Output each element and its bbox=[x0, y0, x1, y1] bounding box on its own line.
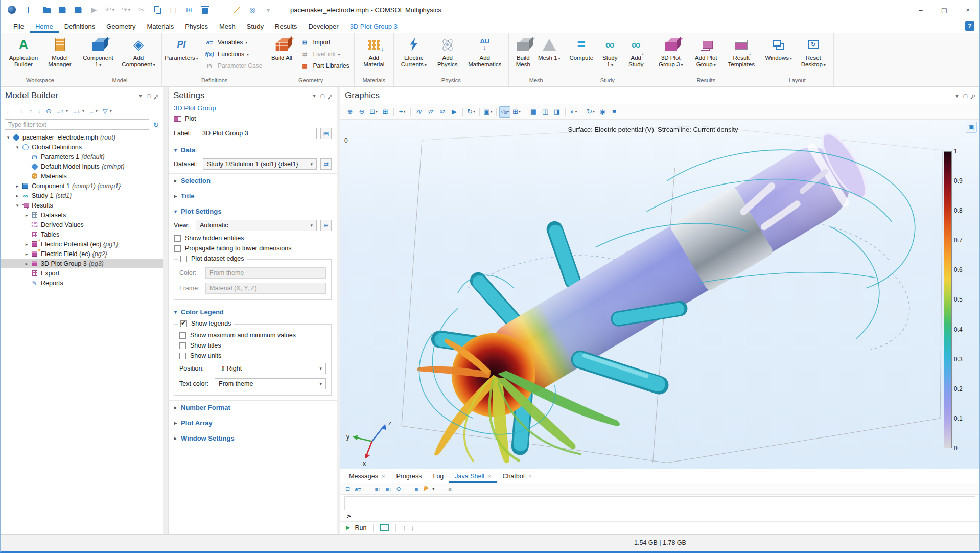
section-color-legend[interactable]: ▾Color Legend bbox=[169, 305, 337, 318]
variables-button[interactable]: a= bbox=[355, 486, 361, 492]
section-number-format[interactable]: ▸Number Format bbox=[169, 400, 337, 414]
component-1-button[interactable]: Component 1▾ bbox=[80, 34, 116, 77]
paste-button[interactable]: ▤ bbox=[169, 5, 178, 15]
tab-definitions[interactable]: Definitions bbox=[59, 19, 101, 33]
tree-row-3d-plot-group-3[interactable]: ▸3D Plot Group 3{pg3} bbox=[1, 259, 163, 268]
windows-button[interactable]: Windows▾ bbox=[763, 34, 795, 77]
save-as-button[interactable] bbox=[74, 5, 83, 15]
panel-float-icon[interactable]: ▢ bbox=[963, 93, 968, 99]
section-plot-array[interactable]: ▸Plot Array bbox=[169, 416, 337, 429]
tab-geometry[interactable]: Geometry bbox=[101, 19, 141, 33]
show-output-button[interactable]: ⊙ bbox=[396, 486, 401, 492]
tab-file[interactable]: File bbox=[8, 19, 30, 33]
customize-toolbar-button[interactable]: ▾ bbox=[264, 5, 273, 15]
show-legends-checkbox[interactable]: Show legends bbox=[178, 320, 234, 327]
tab-home[interactable]: Home bbox=[30, 19, 59, 33]
tab-chatbot[interactable]: Chatbot× bbox=[497, 469, 537, 483]
history-next-button[interactable]: ↓ bbox=[411, 524, 414, 532]
section-data[interactable]: ▾Data bbox=[169, 143, 337, 156]
tab-log[interactable]: Log bbox=[427, 469, 449, 483]
cut-button[interactable]: ✂ bbox=[137, 5, 146, 15]
pin-icon[interactable] bbox=[329, 94, 333, 97]
tab-java-shell[interactable]: Java Shell× bbox=[449, 469, 497, 483]
sound-button[interactable]: ◁▾ bbox=[499, 106, 510, 118]
expander-icon[interactable]: ▾ bbox=[14, 145, 21, 150]
tab-3d-plot-group-3[interactable]: 3D Plot Group 3 bbox=[344, 19, 403, 33]
refresh-icon[interactable]: ↻ bbox=[153, 121, 159, 129]
side-panel-toggle[interactable]: ◨ bbox=[551, 106, 563, 118]
graphics-canvas[interactable]: z y x Surface: Electric potential (V) St… bbox=[340, 120, 979, 469]
panel-menu-icon[interactable]: ▾ bbox=[956, 93, 959, 99]
add-component-button[interactable]: ◈ Add Component▾ bbox=[117, 34, 160, 77]
expander-icon[interactable]: ▸ bbox=[23, 213, 30, 218]
console-icon[interactable] bbox=[380, 524, 389, 531]
tree-row-study-1[interactable]: ▸∞Study 1{std1} bbox=[1, 191, 163, 200]
section-selection[interactable]: ▸Selection bbox=[169, 173, 337, 187]
plot-group-label-input[interactable] bbox=[199, 128, 317, 139]
duplicate-button[interactable]: ⊞ bbox=[184, 5, 194, 15]
add-material-button[interactable]: ↓ Add Material bbox=[356, 34, 392, 77]
add-mathematics-button[interactable]: ΔU↓ Add Mathematics bbox=[463, 34, 507, 77]
filter-input[interactable] bbox=[5, 119, 149, 130]
model-manager-button[interactable]: Model Manager bbox=[43, 34, 76, 77]
show-grid-toggle[interactable]: ▦ bbox=[528, 106, 539, 118]
camera-button[interactable]: ◉ bbox=[597, 106, 608, 118]
save-button[interactable] bbox=[58, 5, 67, 15]
select-mode-button[interactable]: ⊞▾ bbox=[511, 106, 522, 118]
reset-desktop-button[interactable]: ↻ Reset Desktop▾ bbox=[795, 34, 832, 77]
functions-button[interactable]: f(x)Functions▾ bbox=[204, 49, 262, 59]
model-tree-nodes-button[interactable]: ≡ bbox=[89, 107, 94, 115]
run-button[interactable]: ▶ bbox=[89, 5, 99, 15]
section-title[interactable]: ▸Title bbox=[169, 189, 337, 202]
select-box-button[interactable] bbox=[216, 5, 225, 15]
tree-row-materials[interactable]: Materials bbox=[1, 171, 163, 181]
tab-developer[interactable]: Developer bbox=[302, 19, 344, 33]
section-window-settings[interactable]: ▸Window Settings bbox=[169, 431, 337, 445]
panel-menu-icon[interactable]: ▾ bbox=[139, 93, 142, 99]
copy-button[interactable] bbox=[153, 5, 162, 15]
expander-icon[interactable]: ▾ bbox=[5, 135, 12, 140]
move-down-button[interactable]: ↓ bbox=[38, 107, 41, 115]
delete-button[interactable] bbox=[200, 5, 209, 15]
tree-row-derived-values[interactable]: Derived Values bbox=[1, 220, 163, 229]
variables-button[interactable]: a=Variables▾ bbox=[204, 37, 262, 48]
help-button[interactable]: ? bbox=[965, 21, 974, 31]
plot-button[interactable]: Plot bbox=[169, 113, 337, 126]
panel-menu-icon[interactable]: ▾ bbox=[313, 93, 316, 99]
print-button[interactable]: ≡ bbox=[609, 106, 620, 118]
insert-template-button[interactable]: ⊟ bbox=[345, 486, 350, 492]
add-study-button[interactable]: ∞↓ Add Study bbox=[623, 34, 649, 77]
view-extra-button[interactable]: ⊞ bbox=[320, 220, 332, 231]
sync-view-button[interactable]: ↻▾ bbox=[585, 106, 596, 118]
livelink-button[interactable]: ⇄LiveLink▾ bbox=[299, 49, 349, 59]
animation-button[interactable]: ▶ bbox=[449, 106, 460, 118]
propagate-hiding-checkbox[interactable]: Propagate hiding to lower dimensions bbox=[169, 243, 337, 254]
close-icon[interactable]: × bbox=[382, 473, 385, 479]
tree-row-root[interactable]: ▾pacemaker_electrode.mph(root) bbox=[1, 132, 163, 142]
tab-physics[interactable]: Physics bbox=[179, 19, 214, 33]
view-xz-button[interactable]: xz bbox=[437, 106, 448, 118]
tree-row-results[interactable]: ▾Results bbox=[1, 200, 163, 210]
add-plot-group-button[interactable]: Add Plot Group▾ bbox=[689, 34, 723, 77]
image-snapshot-button[interactable]: ▣▾ bbox=[482, 106, 494, 118]
maximize-button[interactable]: ▢ bbox=[932, 0, 956, 19]
scroll-up-button[interactable]: ≡↑ bbox=[375, 486, 381, 492]
go-to-default-view-button[interactable]: +▾ bbox=[396, 106, 408, 118]
expander-icon[interactable]: ▸ bbox=[14, 193, 21, 198]
tab-materials[interactable]: Materials bbox=[141, 19, 179, 33]
view-select[interactable]: Automatic▾ bbox=[196, 220, 317, 231]
tab-messages[interactable]: Messages× bbox=[343, 469, 390, 483]
split-view-toggle[interactable]: ◫ bbox=[540, 106, 551, 118]
tree-row-datasets[interactable]: ▸Datasets bbox=[1, 210, 163, 220]
position-select[interactable]: Right▾ bbox=[215, 363, 326, 374]
expander-icon[interactable]: ▸ bbox=[23, 261, 30, 266]
study-1-button[interactable]: ∞ Study 1▾ bbox=[598, 34, 622, 77]
tree-row-parameters[interactable]: PiParameters 1{default} bbox=[1, 152, 163, 162]
mesh-1-button[interactable]: Mesh 1▾ bbox=[536, 34, 562, 77]
close-icon[interactable]: × bbox=[488, 473, 491, 479]
build-mesh-button[interactable]: Build Mesh bbox=[510, 34, 536, 77]
expand-button[interactable]: ≡↑ bbox=[57, 107, 64, 115]
pin-icon[interactable] bbox=[972, 94, 975, 97]
text-color-select[interactable]: From theme▾ bbox=[215, 378, 326, 389]
panel-splitter[interactable] bbox=[163, 87, 168, 534]
